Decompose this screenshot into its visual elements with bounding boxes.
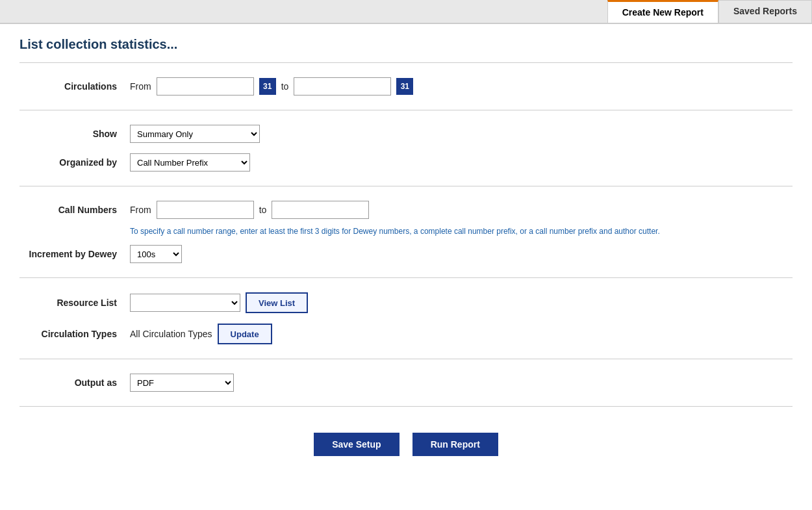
- circulations-from-label: From: [130, 81, 151, 92]
- circulations-label: Circulations: [19, 81, 130, 92]
- resource-list-section: Resource List View List Circulation Type…: [19, 278, 793, 359]
- circulations-to-input[interactable]: [294, 77, 391, 96]
- circulations-section: Circulations From 31 to 31: [19, 63, 793, 110]
- output-as-controls: PDF CSV Excel: [130, 374, 234, 392]
- circulations-to-label: to: [281, 81, 289, 92]
- call-numbers-label: Call Numbers: [19, 205, 130, 215]
- output-as-label: Output as: [19, 377, 130, 388]
- organized-by-controls: Call Number Prefix Dewey Location: [130, 153, 250, 172]
- output-as-row: Output as PDF CSV Excel: [19, 368, 793, 397]
- resource-list-select[interactable]: [130, 294, 240, 312]
- resource-list-row: Resource List View List: [19, 287, 793, 318]
- bottom-actions: Save Setup Run Report: [19, 433, 793, 469]
- show-label: Show: [19, 129, 130, 139]
- resource-list-label: Resource List: [19, 298, 130, 308]
- show-controls: Summary Only Detail Both: [130, 125, 260, 143]
- call-numbers-from-input[interactable]: [157, 201, 254, 219]
- show-section: Show Summary Only Detail Both Organized …: [19, 110, 793, 186]
- show-row: Show Summary Only Detail Both: [19, 120, 793, 148]
- call-numbers-from-label: From: [130, 205, 151, 215]
- resource-list-controls: View List: [130, 292, 308, 313]
- circulation-types-label: Circulation Types: [19, 329, 130, 339]
- output-as-select[interactable]: PDF CSV Excel: [130, 374, 234, 392]
- circulations-controls: From 31 to 31: [130, 77, 413, 96]
- main-content: List collection statistics... Circulatio…: [0, 24, 812, 510]
- update-button[interactable]: Update: [218, 324, 272, 344]
- circulations-row: Circulations From 31 to 31: [19, 72, 793, 101]
- save-setup-button[interactable]: Save Setup: [314, 433, 399, 456]
- view-list-button[interactable]: View List: [246, 292, 308, 313]
- increment-by-dewey-select[interactable]: 100s 10s 1s: [130, 245, 182, 263]
- tab-bar: Create New Report Saved Reports: [0, 0, 812, 24]
- output-as-section: Output as PDF CSV Excel: [19, 359, 793, 407]
- increment-by-dewey-label: Increment by Dewey: [19, 249, 130, 259]
- page-title: List collection statistics...: [19, 37, 793, 52]
- circulations-to-calendar[interactable]: 31: [396, 78, 413, 95]
- organized-by-label: Organized by: [19, 157, 130, 168]
- circulations-from-calendar[interactable]: 31: [259, 78, 276, 95]
- increment-by-dewey-row: Increment by Dewey 100s 10s 1s: [19, 240, 793, 268]
- circulation-types-row: Circulation Types All Circulation Types …: [19, 318, 793, 350]
- circulation-types-controls: All Circulation Types Update: [130, 324, 272, 344]
- call-numbers-helper-text: To specify a call number range, enter at…: [130, 227, 793, 240]
- show-select[interactable]: Summary Only Detail Both: [130, 125, 260, 143]
- call-numbers-controls: From to: [130, 201, 369, 219]
- increment-by-dewey-controls: 100s 10s 1s: [130, 245, 182, 263]
- call-numbers-section: Call Numbers From to To specify a call n…: [19, 186, 793, 278]
- call-numbers-row: Call Numbers From to: [19, 196, 793, 224]
- tab-saved-reports[interactable]: Saved Reports: [718, 0, 812, 23]
- call-numbers-to-input[interactable]: [272, 201, 369, 219]
- tab-create-new-report[interactable]: Create New Report: [607, 0, 718, 23]
- circulation-types-value: All Circulation Types: [130, 329, 212, 339]
- organized-by-row: Organized by Call Number Prefix Dewey Lo…: [19, 148, 793, 177]
- call-numbers-to-label: to: [259, 205, 267, 215]
- circulations-from-input[interactable]: [157, 77, 254, 96]
- organized-by-select[interactable]: Call Number Prefix Dewey Location: [130, 153, 250, 172]
- run-report-button[interactable]: Run Report: [412, 433, 498, 456]
